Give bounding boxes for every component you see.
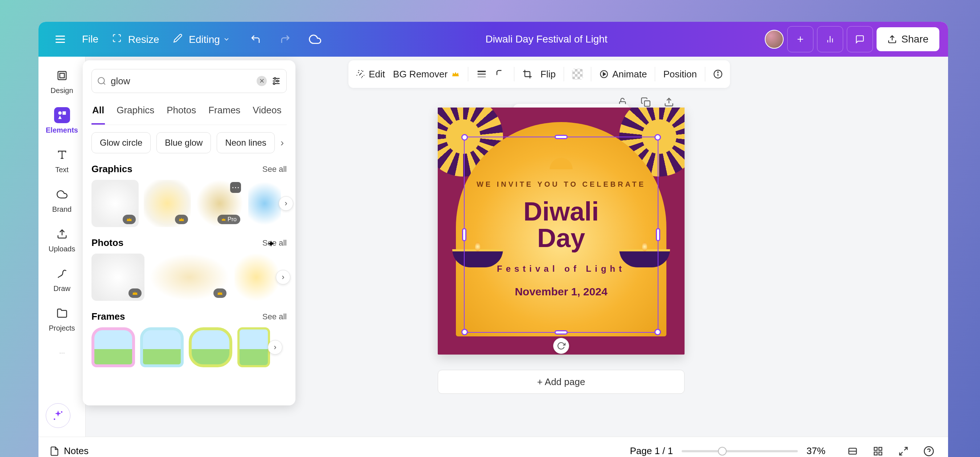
rail-brand-label: Brand — [52, 205, 72, 214]
draw-icon — [54, 265, 70, 281]
line-weight-button[interactable] — [476, 69, 487, 80]
tab-frames[interactable]: Frames — [208, 101, 241, 125]
crop-button[interactable] — [522, 69, 533, 79]
notes-label: Notes — [64, 445, 89, 457]
graphic-thumb[interactable]: ⋯ Pro — [196, 180, 243, 227]
flip-button[interactable]: Flip — [541, 69, 556, 80]
frames-scroll-right[interactable]: › — [268, 340, 282, 355]
resize-handle-bl[interactable] — [461, 329, 468, 335]
graphic-thumb[interactable] — [144, 180, 191, 227]
rail-uploads-label: Uploads — [49, 245, 75, 253]
frame-thumb[interactable] — [189, 327, 232, 367]
tab-all[interactable]: All — [91, 101, 105, 125]
bg-remover-button[interactable]: BG Remover — [393, 69, 460, 80]
add-collaborator-button[interactable] — [787, 26, 813, 52]
grid-view-button[interactable] — [870, 443, 886, 457]
resize-button[interactable]: Resize — [107, 34, 164, 45]
section-photos-title: Photos — [91, 237, 123, 248]
photo-thumb[interactable] — [150, 254, 229, 301]
svg-rect-12 — [62, 112, 66, 115]
cloud-sync-icon[interactable] — [302, 26, 328, 52]
photos-see-all[interactable]: See all — [262, 238, 287, 248]
analytics-button[interactable] — [817, 26, 843, 52]
rail-more[interactable]: ⋯ — [44, 345, 80, 361]
view-scroll-button[interactable] — [844, 443, 861, 457]
menu-button[interactable] — [47, 26, 73, 52]
tab-photos[interactable]: Photos — [166, 101, 197, 125]
edit-image-label: Edit — [369, 69, 385, 80]
rail-draw[interactable]: Draw — [44, 265, 80, 293]
graphics-see-all[interactable]: See all — [262, 165, 287, 174]
frame-thumb[interactable] — [91, 327, 135, 367]
photos-scroll-right[interactable]: › — [276, 270, 290, 284]
help-button[interactable] — [921, 443, 937, 457]
clear-search-button[interactable]: ✕ — [257, 76, 267, 86]
graphic-thumb[interactable] — [91, 180, 138, 227]
comment-button[interactable] — [847, 26, 873, 52]
projects-icon — [54, 305, 70, 321]
resize-handle-br[interactable] — [654, 329, 661, 335]
chevron-down-icon — [223, 35, 230, 43]
rail-text[interactable]: Text — [44, 147, 80, 174]
crown-icon — [123, 215, 136, 224]
rail-projects[interactable]: Projects — [44, 305, 80, 332]
svg-point-37 — [273, 83, 275, 85]
editing-mode-button[interactable]: Editing — [168, 34, 239, 45]
edit-image-button[interactable]: Edit — [356, 69, 385, 80]
file-menu[interactable]: File — [77, 34, 103, 45]
tab-videos[interactable]: Videos — [252, 101, 282, 125]
chip-glow-circle[interactable]: Glow circle — [91, 132, 151, 153]
search-field[interactable]: ✕ — [91, 69, 287, 93]
add-page-button[interactable]: + Add page — [438, 370, 684, 394]
zoom-slider-knob[interactable] — [718, 447, 727, 455]
share-button[interactable]: Share — [877, 27, 939, 51]
resize-handle-tr[interactable] — [654, 134, 661, 141]
graphic-thumb[interactable] — [248, 180, 281, 227]
rail-elements[interactable]: Elements — [44, 107, 80, 134]
user-avatar[interactable] — [765, 30, 784, 49]
graphics-scroll-right[interactable]: › — [279, 196, 293, 211]
resize-handle-mr[interactable] — [656, 228, 660, 241]
thumb-more-button[interactable]: ⋯ — [230, 182, 241, 193]
elements-icon — [54, 107, 70, 123]
frame-thumb[interactable] — [140, 327, 184, 367]
separator — [591, 67, 591, 81]
rail-brand[interactable]: Brand — [44, 186, 80, 214]
magic-button[interactable] — [46, 403, 70, 428]
notes-button[interactable]: Notes — [49, 445, 89, 457]
redo-button[interactable] — [272, 26, 298, 52]
page-indicator[interactable]: Page 1 / 1 — [630, 445, 673, 457]
frame-thumb[interactable] — [237, 327, 270, 367]
transparency-button[interactable] — [572, 69, 583, 80]
rail-design[interactable]: Design — [44, 67, 80, 95]
chip-neon-lines[interactable]: Neon lines — [217, 132, 274, 153]
rail-uploads[interactable]: Uploads — [44, 226, 80, 253]
selection-box[interactable] — [464, 137, 659, 333]
position-button[interactable]: Position — [663, 69, 697, 80]
resize-handle-tm[interactable] — [555, 135, 568, 139]
undo-button[interactable] — [242, 26, 269, 52]
search-filters-button[interactable] — [271, 76, 281, 86]
photo-thumb[interactable] — [91, 254, 145, 301]
resize-handle-bm[interactable] — [555, 330, 568, 335]
crown-icon — [129, 288, 142, 298]
tab-graphics[interactable]: Graphics — [116, 101, 155, 125]
resize-handle-tl[interactable] — [461, 134, 468, 141]
rotate-handle[interactable] — [553, 338, 569, 354]
resize-handle-ml[interactable] — [462, 228, 466, 241]
svg-point-35 — [277, 80, 278, 82]
corner-radius-button[interactable] — [495, 69, 506, 80]
photo-thumb[interactable] — [234, 254, 278, 301]
chip-blue-glow[interactable]: Blue glow — [156, 132, 211, 153]
wand-icon — [356, 69, 365, 79]
zoom-percent[interactable]: 37% — [807, 445, 835, 457]
fullscreen-button[interactable] — [895, 443, 912, 457]
search-input[interactable] — [111, 75, 252, 87]
animate-button[interactable]: Animate — [599, 69, 647, 80]
zoom-slider[interactable] — [682, 450, 798, 452]
document-title[interactable]: Diwali Day Festival of Light — [485, 34, 607, 45]
info-button[interactable] — [713, 69, 723, 79]
text-icon — [54, 147, 70, 163]
frames-see-all[interactable]: See all — [262, 312, 287, 321]
chips-scroll-right[interactable]: › — [280, 137, 284, 149]
